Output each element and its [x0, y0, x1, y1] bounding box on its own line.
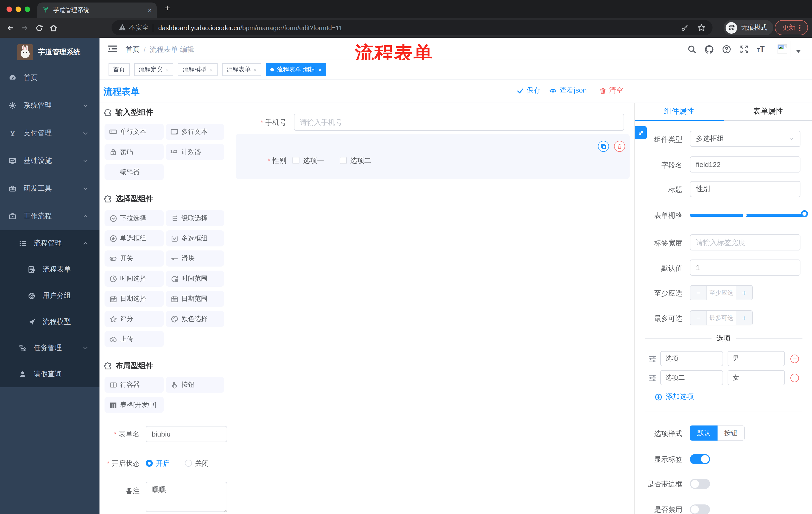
sidebar-item-payment[interactable]: ¥ 支付管理	[0, 122, 99, 144]
close-icon[interactable]: ×	[166, 66, 169, 73]
max-select-stepper[interactable]: − 最多可选 +	[690, 310, 753, 325]
link-tag[interactable]	[635, 126, 647, 139]
palette-item-upload[interactable]: 上传	[105, 331, 164, 347]
border-toggle[interactable]	[690, 479, 710, 489]
palette-item-rate[interactable]: 评分	[105, 311, 164, 327]
increase-button[interactable]: +	[736, 311, 752, 325]
close-icon[interactable]: ×	[210, 66, 213, 73]
sidebar-item-task-management[interactable]: 任务管理	[0, 335, 99, 361]
address-bar[interactable]: 不安全 dashboard.yudao.iocoder.cn/bpm/manag…	[112, 20, 713, 35]
min-select-stepper[interactable]: − 至少应选 +	[690, 285, 753, 300]
status-closed-radio[interactable]	[185, 460, 192, 467]
selected-component[interactable]	[236, 134, 630, 179]
update-label[interactable]: 更新	[782, 23, 795, 32]
palette-item-counter[interactable]: 123 计数器	[166, 144, 224, 160]
breadcrumb-home[interactable]: 首页	[126, 45, 140, 53]
palette-item-date-picker[interactable]: 日期选择	[105, 291, 164, 307]
view-json-button[interactable]: 查看json	[549, 86, 587, 95]
option-style-default[interactable]: 默认	[690, 426, 718, 440]
passkey-icon[interactable]	[681, 24, 688, 31]
new-tab-button[interactable]: +	[165, 3, 170, 13]
tag-process-form-edit[interactable]: 流程表单-编辑×	[266, 63, 326, 76]
resize-handle[interactable]	[222, 507, 227, 512]
app-logo[interactable]: 芋道管理系统	[0, 38, 99, 67]
font-size-icon[interactable]: TT	[757, 44, 768, 53]
bookmark-star-icon[interactable]	[697, 24, 705, 32]
sidebar-item-infrastructure[interactable]: 基础设施	[0, 150, 99, 172]
home-icon[interactable]	[49, 24, 58, 32]
sidebar-item-process-form[interactable]: 流程表单	[0, 256, 99, 283]
label-width-input[interactable]	[690, 234, 801, 250]
security-label[interactable]: 不安全	[129, 23, 149, 32]
status-open-label[interactable]: 开启	[156, 459, 170, 468]
close-icon[interactable]: ×	[254, 66, 257, 73]
help-icon[interactable]	[722, 45, 731, 54]
option1-value-input[interactable]	[728, 351, 785, 366]
tag-home[interactable]: 首页	[109, 63, 129, 76]
palette-item-radio-group[interactable]: 单选框组	[105, 231, 164, 246]
sidebar-item-leave-query[interactable]: 请假查询	[0, 361, 99, 387]
phone-field-input[interactable]	[294, 114, 624, 131]
palette-item-select[interactable]: 下拉选择	[105, 210, 164, 226]
default-value-input[interactable]	[690, 260, 801, 276]
palette-item-checkbox-group[interactable]: 多选框组	[166, 231, 224, 246]
disabled-toggle[interactable]	[690, 505, 710, 514]
forward-icon[interactable]	[21, 24, 29, 32]
option1-label-input[interactable]	[660, 351, 723, 366]
tab-close-icon[interactable]: ×	[148, 6, 152, 14]
status-open-radio[interactable]	[146, 460, 153, 467]
close-window-button[interactable]	[6, 6, 12, 12]
gender-option1-label[interactable]: 选项一	[303, 156, 324, 165]
sidebar-item-system[interactable]: 系统管理	[0, 94, 99, 117]
save-button[interactable]: 保存	[517, 86, 541, 95]
search-icon[interactable]	[687, 45, 696, 54]
palette-item-editor[interactable]: 编辑器	[105, 164, 164, 180]
palette-item-password[interactable]: 密码	[105, 144, 164, 160]
palette-item-table[interactable]: 表格[开发中]	[105, 397, 164, 413]
status-closed-label[interactable]: 关闭	[195, 459, 209, 468]
add-option-button[interactable]: 添加选项	[655, 392, 694, 401]
palette-item-multi-line-text[interactable]: 多行文本	[166, 124, 224, 140]
palette-item-button[interactable]: 按钮	[166, 377, 224, 393]
avatar-caret-icon[interactable]	[796, 50, 801, 53]
remark-textarea[interactable]: 嘿嘿	[146, 482, 227, 512]
palette-item-switch[interactable]: 开关	[105, 250, 164, 267]
tag-process-form[interactable]: 流程表单×	[222, 63, 262, 76]
remove-option-button[interactable]	[790, 355, 799, 363]
tag-process-definition[interactable]: 流程定义×	[134, 63, 174, 76]
gender-option1-checkbox[interactable]	[292, 157, 299, 164]
gender-option2-label[interactable]: 选项二	[350, 156, 371, 165]
option-style-segmented[interactable]: 默认 按钮	[690, 426, 745, 440]
reload-icon[interactable]	[35, 24, 43, 32]
tag-process-model[interactable]: 流程模型×	[178, 63, 218, 76]
drag-handle-icon[interactable]	[648, 374, 657, 382]
form-name-input[interactable]	[146, 426, 227, 442]
palette-item-single-line-text[interactable]: 单行文本	[105, 124, 164, 140]
gender-option2-checkbox[interactable]	[340, 157, 347, 164]
sidebar-item-dev-tools[interactable]: 研发工具	[0, 178, 99, 200]
clear-button[interactable]: 清空	[599, 86, 623, 95]
drag-handle-icon[interactable]	[648, 355, 657, 363]
sidebar-item-user-groups[interactable]: 用户分组	[0, 283, 99, 309]
palette-item-cascader[interactable]: 级联选择	[166, 210, 224, 226]
option2-value-input[interactable]	[728, 370, 785, 385]
palette-item-slider[interactable]: 滑块	[166, 250, 224, 267]
palette-item-row-container[interactable]: 行容器	[105, 377, 164, 393]
sidebar-item-workflow[interactable]: 工作流程	[0, 205, 99, 227]
field-name-input[interactable]	[690, 156, 801, 172]
show-label-toggle[interactable]	[690, 454, 710, 464]
back-icon[interactable]	[6, 24, 14, 32]
palette-item-time-picker[interactable]: 时间选择	[105, 271, 164, 287]
tab-form-props[interactable]: 表单属性	[724, 107, 812, 116]
update-button[interactable]: 更新	[775, 20, 808, 35]
sidebar-item-process-model[interactable]: 流程模型	[0, 309, 99, 335]
tab-component-props[interactable]: 组件属性	[635, 107, 724, 116]
browser-tab[interactable]: 芋道管理系统 ×	[37, 2, 157, 18]
form-grid-slider[interactable]	[690, 214, 804, 217]
max-select-value[interactable]: 最多可选	[706, 311, 736, 325]
sidebar-item-process-management[interactable]: 流程管理	[0, 231, 99, 256]
title-input[interactable]	[690, 181, 801, 197]
decrease-button[interactable]: −	[690, 286, 706, 300]
palette-item-date-range[interactable]: 日期范围	[166, 291, 224, 307]
remove-option-button[interactable]	[790, 374, 799, 382]
